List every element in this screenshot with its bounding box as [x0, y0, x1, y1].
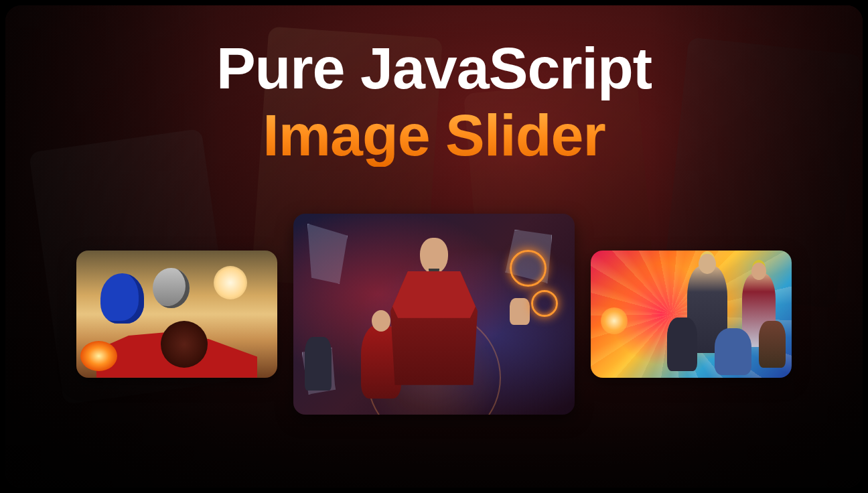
content-area: Pure JavaScript Image Slider	[5, 5, 863, 488]
hero-card: Pure JavaScript Image Slider	[5, 5, 863, 488]
hero-title: Pure JavaScript Image Slider	[216, 38, 652, 167]
slide-left[interactable]	[76, 251, 277, 378]
slide-center[interactable]	[293, 214, 575, 415]
title-line-1: Pure JavaScript	[216, 38, 652, 99]
slide-right[interactable]	[591, 251, 792, 378]
doctor-strange-image	[293, 214, 575, 415]
thor-colorful-image	[591, 251, 792, 378]
image-slider[interactable]	[5, 214, 863, 415]
title-line-2: Image Slider	[216, 104, 652, 166]
sonic-biplane-image	[76, 251, 277, 378]
